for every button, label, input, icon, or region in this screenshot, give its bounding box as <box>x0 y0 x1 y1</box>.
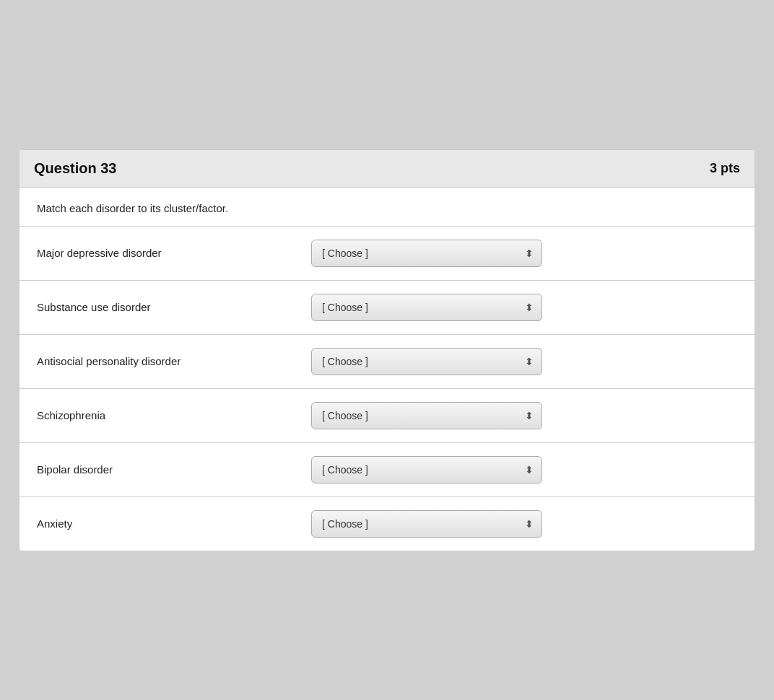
select-wrapper-anxiety: [ Choose ]InternalizingExternalizingThou… <box>311 510 542 538</box>
question-points: 3 pts <box>710 161 740 176</box>
choose-select-major-depressive[interactable]: [ Choose ]InternalizingExternalizingThou… <box>311 240 542 267</box>
choose-select-anxiety[interactable]: [ Choose ]InternalizingExternalizingThou… <box>311 510 542 538</box>
match-row: Bipolar disorder[ Choose ]InternalizingE… <box>19 443 755 497</box>
select-wrapper-substance-use: [ Choose ]InternalizingExternalizingThou… <box>311 294 542 321</box>
select-wrapper-bipolar-disorder: [ Choose ]InternalizingExternalizingThou… <box>311 456 542 484</box>
question-card: Question 33 3 pts Match each disorder to… <box>19 149 755 551</box>
disorder-label-schizophrenia: Schizophrenia <box>37 409 311 421</box>
disorder-label-anxiety: Anxiety <box>37 517 311 530</box>
select-wrapper-antisocial-personality: [ Choose ]InternalizingExternalizingThou… <box>311 348 542 375</box>
choose-select-antisocial-personality[interactable]: [ Choose ]InternalizingExternalizingThou… <box>311 348 542 375</box>
match-row: Major depressive disorder[ Choose ]Inter… <box>19 227 755 281</box>
choose-select-bipolar-disorder[interactable]: [ Choose ]InternalizingExternalizingThou… <box>311 456 542 484</box>
select-wrapper-schizophrenia: [ Choose ]InternalizingExternalizingThou… <box>311 402 542 429</box>
question-instructions: Match each disorder to its cluster/facto… <box>19 188 755 227</box>
choose-select-schizophrenia[interactable]: [ Choose ]InternalizingExternalizingThou… <box>311 402 542 429</box>
question-title: Question 33 <box>34 160 116 177</box>
disorder-label-antisocial-personality: Antisocial personality disorder <box>37 355 311 367</box>
match-row: Anxiety[ Choose ]InternalizingExternaliz… <box>19 497 755 551</box>
disorder-label-bipolar-disorder: Bipolar disorder <box>37 463 311 476</box>
choose-select-substance-use[interactable]: [ Choose ]InternalizingExternalizingThou… <box>311 294 542 321</box>
disorder-label-major-depressive: Major depressive disorder <box>37 247 311 259</box>
question-header: Question 33 3 pts <box>19 150 755 188</box>
match-row: Antisocial personality disorder[ Choose … <box>19 335 755 389</box>
disorder-label-substance-use: Substance use disorder <box>37 301 311 313</box>
match-rows-container: Major depressive disorder[ Choose ]Inter… <box>19 227 755 551</box>
match-row: Schizophrenia[ Choose ]InternalizingExte… <box>19 389 755 443</box>
match-row: Substance use disorder[ Choose ]Internal… <box>19 281 755 335</box>
select-wrapper-major-depressive: [ Choose ]InternalizingExternalizingThou… <box>311 240 542 267</box>
